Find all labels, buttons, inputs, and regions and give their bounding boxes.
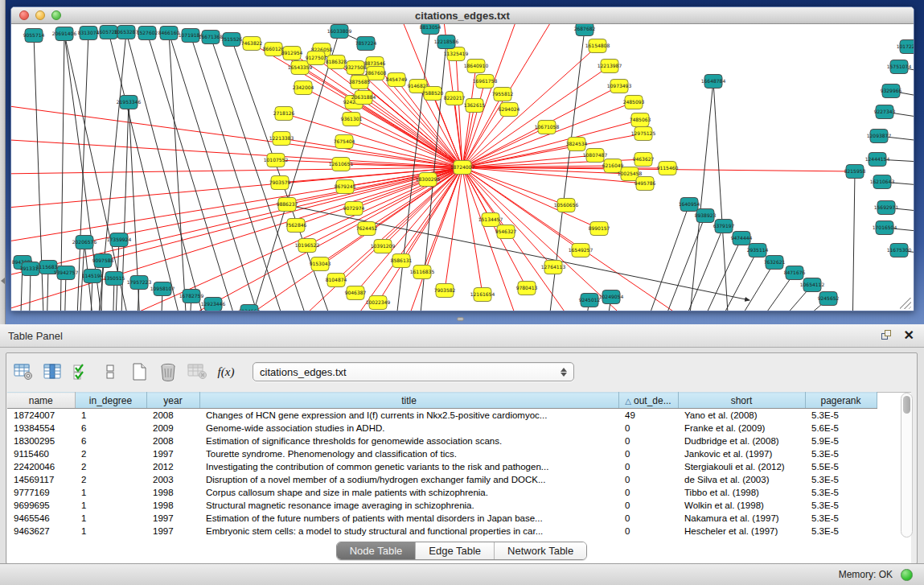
graph-node-teal[interactable]: 12093877 <box>867 130 892 143</box>
graph-node-yellow[interactable]: 12213987 <box>598 60 622 73</box>
table-row[interactable]: 946554611997Estimation of the future num… <box>7 512 877 525</box>
graph-node-yellow[interactable]: 10107552 <box>264 154 289 167</box>
delete-trash-icon[interactable] <box>156 360 180 384</box>
graph-node-teal[interactable]: 17016504 <box>873 221 897 235</box>
graph-node-teal[interactable]: 8471676 <box>784 266 806 280</box>
tab-edge-table[interactable]: Edge Table <box>415 542 494 559</box>
column-header-year[interactable]: year <box>146 393 199 409</box>
graph-node-teal[interactable]: 16648784 <box>701 75 726 89</box>
table-scrollbar-thumb[interactable] <box>903 396 910 414</box>
graph-node-yellow[interactable]: 8679245 <box>335 180 356 194</box>
network-canvas[interactable]: 7463822866012689129541654335923420042718… <box>11 24 914 311</box>
graph-node-teal[interactable]: 16671368 <box>199 31 224 44</box>
close-panel-icon[interactable]: ✕ <box>904 330 914 341</box>
graph-node-teal[interactable]: 9227343 <box>874 105 896 119</box>
graph-node-yellow[interactable]: 3875685 <box>349 76 371 89</box>
graph-node-yellow[interactable]: 7562846 <box>285 219 307 233</box>
graph-node-yellow[interactable]: 10807487 <box>583 149 608 163</box>
column-header-pagerank[interactable]: pagerank <box>805 393 877 409</box>
graph-node-teal[interactable]: 16033809 <box>327 25 352 39</box>
graph-node-yellow[interactable]: 9127503 <box>306 51 327 65</box>
graph-node-teal[interactable]: 10958107 <box>150 282 175 296</box>
graph-node-yellow[interactable]: 12213383 <box>269 132 294 146</box>
graph-node-yellow[interactable]: 7624452 <box>356 222 378 236</box>
tab-node-table[interactable]: Node Table <box>337 542 416 559</box>
table-row[interactable]: 977716911998Corpus callosum shape and si… <box>7 486 877 499</box>
graph-node-yellow[interactable]: 1362615 <box>464 99 486 113</box>
table-row[interactable]: 1830029562008Estimation of significance … <box>7 435 877 447</box>
graph-node-teal[interactable]: 9474444 <box>731 232 753 245</box>
table-row[interactable]: 1872400712008Changes of HCN gene express… <box>7 409 877 422</box>
graph-node-yellow[interactable]: 8990157 <box>589 222 610 236</box>
graph-node-teal[interactable]: 1145194 <box>82 270 104 283</box>
graph-node-yellow[interactable]: 7463822 <box>241 37 263 51</box>
graph-node-yellow[interactable]: 12161654 <box>470 288 495 302</box>
graph-node-yellow[interactable]: 6294024 <box>499 103 520 117</box>
tab-network-table[interactable]: Network Table <box>494 542 586 559</box>
graph-node-yellow[interactable]: 11325419 <box>444 47 469 61</box>
graph-node-teal[interactable]: 8813054 <box>420 24 441 35</box>
graph-node-yellow[interactable]: 7955812 <box>492 88 514 101</box>
graph-node-teal[interactable]: 6379197 <box>713 220 735 233</box>
graph-node-yellow[interactable]: 16116835 <box>410 266 435 279</box>
graph-node-yellow[interactable]: 3824534 <box>566 138 588 151</box>
graph-node-teal[interactable]: 12923446 <box>201 298 226 311</box>
column-header-name[interactable]: name <box>7 393 75 409</box>
graph-node-yellow[interactable]: 12975125 <box>631 127 656 141</box>
float-window-icon[interactable] <box>881 330 893 341</box>
graph-node-teal[interactable]: 9245652 <box>818 292 840 306</box>
graph-node-yellow[interactable]: 8186328 <box>326 56 347 69</box>
graph-node-yellow[interactable]: 10022349 <box>366 296 391 310</box>
graph-node-teal[interactable]: 9329966 <box>881 84 902 98</box>
graph-node-teal[interactable]: 10654112 <box>800 278 825 292</box>
graph-node-yellow[interactable]: 9546327 <box>495 225 517 239</box>
table-row[interactable]: 2242004622012Investigating the contribut… <box>7 460 877 473</box>
table-row[interactable]: 969969511998Structural magnetic resonanc… <box>7 499 877 512</box>
table-selector-dropdown[interactable]: citations_edges.txt <box>253 362 574 381</box>
graph-node-teal[interactable]: 9245012 <box>579 294 601 307</box>
graph-node-teal[interactable]: 8938923 <box>695 209 717 223</box>
graph-node-yellow[interactable]: 8220217 <box>444 92 466 105</box>
table-row[interactable]: 1456911722003Disruption of a novel membe… <box>7 473 877 486</box>
graph-node-teal[interactable]: 8466160 <box>158 27 180 40</box>
graph-node-yellow[interactable]: 9115460 <box>657 162 679 175</box>
graph-node-yellow[interactable]: 9495786 <box>634 177 656 191</box>
graph-node-teal[interactable]: 8215958 <box>844 165 866 179</box>
function-builder-icon[interactable]: f(x) <box>214 360 238 384</box>
graph-node-yellow[interactable]: 7588520 <box>422 87 444 101</box>
graph-node-hub[interactable]: 18724007 <box>450 161 475 175</box>
graph-node-yellow[interactable]: 7903579 <box>269 176 291 190</box>
graph-node-teal[interactable]: 11675300 <box>887 244 912 257</box>
memory-ok-indicator-icon[interactable] <box>901 569 913 581</box>
graph-node-teal[interactable]: 12218586 <box>434 35 459 49</box>
graph-node-yellow[interactable]: 9361301 <box>341 113 363 126</box>
graph-node-yellow[interactable]: 10391209 <box>371 240 396 253</box>
graph-node-yellow[interactable]: 10560656 <box>554 199 579 212</box>
graph-node-yellow[interactable]: 18300295 <box>416 173 441 187</box>
graph-node-yellow[interactable]: 12764113 <box>541 261 566 274</box>
graph-node-yellow[interactable]: 9046387 <box>345 286 367 300</box>
graph-node-yellow[interactable]: 10196522 <box>295 239 320 253</box>
panel-collapse-handle[interactable] <box>1 278 5 284</box>
table-settings-icon[interactable] <box>11 360 35 384</box>
graph-node-teal[interactable]: 20691406 <box>52 27 77 41</box>
splitter-handle[interactable] <box>457 317 464 321</box>
graph-node-yellow[interactable]: 9327508 <box>345 61 367 75</box>
graph-node-teal[interactable]: 15751074 <box>887 60 912 74</box>
graph-node-yellow[interactable]: 2342004 <box>293 81 314 95</box>
table-scrollbar[interactable] <box>901 393 913 538</box>
graph-node-yellow[interactable]: 9153043 <box>310 257 331 271</box>
graph-node-yellow[interactable]: 2485093 <box>623 96 645 109</box>
graph-node-teal[interactable]: 17359924 <box>107 233 132 247</box>
network-view-window[interactable]: citations_edges.txt 74638228660126891295… <box>10 6 914 311</box>
column-header-short[interactable]: short <box>678 393 805 409</box>
graph-node-yellow[interactable]: 9072974 <box>343 202 365 216</box>
graph-node-yellow[interactable]: 8912954 <box>281 47 303 60</box>
graph-node-yellow[interactable]: 7903582 <box>434 284 456 298</box>
graph-node-yellow[interactable]: 18640910 <box>464 60 489 73</box>
graph-node-teal[interactable]: 17957223 <box>127 276 152 290</box>
table-row[interactable]: 1938455462009Genome-wide association stu… <box>7 422 877 435</box>
graph-node-teal[interactable]: 13942757 <box>54 266 79 280</box>
graph-node-teal[interactable]: 21953346 <box>117 96 142 109</box>
graph-node-teal[interactable]: 10249054 <box>599 290 624 304</box>
